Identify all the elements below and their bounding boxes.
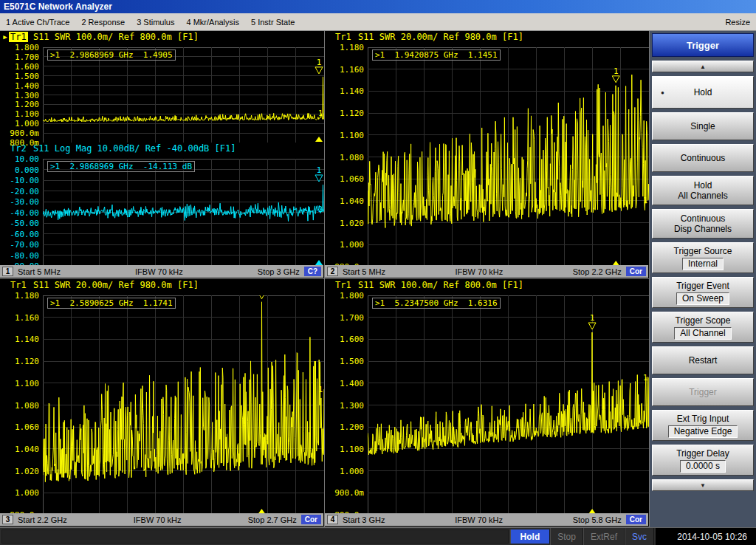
plot-ch1-tr2[interactable]: 12 <box>43 159 324 266</box>
softkey-continuous[interactable]: Continuous <box>652 144 754 172</box>
channel-status-bar-4: 4 Start 3 GHz IFBW 70 kHz Stop 5.8 GHz C… <box>325 513 648 526</box>
trace-title-text: S11 SWR 20.00m/ Ref 980.0m [F1] <box>28 280 199 290</box>
softkey-scroll-up-button[interactable]: ▲ <box>652 61 754 72</box>
axis-tick-label: 1.700 <box>15 52 39 61</box>
plot-ch2-tr1[interactable]: 11 <box>368 47 649 267</box>
window-title: E5071C Network Analyzer <box>4 1 112 12</box>
menu-item-mkr-analysis[interactable]: 4 Mkr/Analysis <box>186 18 239 27</box>
ifbw-label: IFBW 70 kHz <box>65 267 253 276</box>
axis-tick-label: -20.00 <box>10 187 39 195</box>
axis-tick-label: 1.180 <box>340 44 364 52</box>
axis-tick-label: 1.500 <box>340 357 364 366</box>
softkey-trigger[interactable]: Trigger <box>652 378 754 406</box>
svg-text:1: 1 <box>317 165 322 175</box>
scroll-down-icon: ▼ <box>700 482 706 489</box>
channel-2: Tr1 S11 SWR 20.00m/ Ref 980.0m [F1] 1.18… <box>325 31 650 279</box>
trace-label-tr1[interactable]: Tr1 <box>334 280 353 290</box>
axis-tick-label: 1.060 <box>340 175 364 183</box>
axis-tick-label: 1.140 <box>15 335 39 343</box>
softkey-hold[interactable]: ● Hold <box>652 76 754 109</box>
menu-item-instr-state[interactable]: 5 Instr State <box>251 18 295 27</box>
softkey-restart[interactable]: Restart <box>652 346 754 374</box>
axis-tick-label: 1.700 <box>340 313 364 321</box>
plot-ch1-tr1[interactable]: 11 <box>43 47 324 143</box>
softkey-value: All Channel <box>674 327 731 340</box>
menu-resize[interactable]: Resize <box>725 18 750 27</box>
datetime-display: 2014-10-05 10:26 <box>656 528 756 545</box>
softkey-trigger-source[interactable]: Trigger Source Internal <box>652 242 754 273</box>
axis-tick-label: -40.00 <box>10 208 39 216</box>
softkey-single[interactable]: Single <box>652 112 754 140</box>
menu-item-stimulus[interactable]: 3 Stimulus <box>137 18 174 27</box>
axis-tick-label: 1.100 <box>15 110 39 118</box>
start-frequency: Start 5 MHz <box>18 267 61 276</box>
menu-item-response[interactable]: 2 Response <box>81 18 125 27</box>
trace-title-text: S11 SWR 100.0m/ Ref 800.0m [F1] <box>28 32 199 42</box>
axis-tick-label: 1.400 <box>340 379 364 387</box>
trace-label-tr1[interactable]: Tr1 <box>9 32 28 42</box>
trace-label-tr1[interactable]: Tr1 <box>9 280 28 290</box>
channel-number-badge[interactable]: 3 <box>2 515 13 524</box>
marker-readout-ch1-tr1: >1 2.9868969 GHz 1.4905 <box>47 49 176 61</box>
y-axis-ch2-tr1: 1.1801.1601.1401.1201.1001.0801.0601.040… <box>325 47 368 267</box>
softkey-scroll-down-button[interactable]: ▼ <box>652 479 754 491</box>
channel-status-bar-2: 2 Start 5 MHz IFBW 70 kHz Stop 2.2 GHz C… <box>325 265 648 278</box>
softkey-label: Trigger Event <box>676 281 729 291</box>
axis-tick-label: 1.040 <box>15 445 39 453</box>
axis-tick-label: 1.140 <box>340 87 364 95</box>
trace-title-ch2-tr1: Tr1 S11 SWR 20.00m/ Ref 980.0m [F1] <box>325 31 649 43</box>
instrument-screen: E5071C Network Analyzer 1 Active Ch/Trac… <box>0 0 756 545</box>
instrument-status-bar: Hold Stop ExtRef Svc 2014-10-05 10:26 <box>0 527 756 545</box>
softkey-label: Ext Trig Input <box>677 414 729 424</box>
stop-frequency: Stop 3 GHz <box>258 267 300 276</box>
axis-tick-label: 1.200 <box>15 100 39 109</box>
axis-tick-label: 1.020 <box>340 219 364 227</box>
stop-indicator: Stop <box>550 528 583 545</box>
axis-tick-label: 1.000 <box>15 120 39 128</box>
y-axis-ch3-tr1: 1.1801.1601.1401.1201.1001.0801.0601.040… <box>0 295 43 515</box>
softkey-label: Hold <box>694 87 712 97</box>
window-titlebar[interactable]: E5071C Network Analyzer <box>0 0 756 13</box>
softkey-label: Continuous <box>681 153 726 163</box>
axis-tick-label: 1.400 <box>15 81 39 89</box>
trace-title-ch4-tr1: Tr1 S11 SWR 100.0m/ Ref 800.0m [F1] <box>325 279 649 291</box>
plot-ch4-tr1[interactable]: 11 <box>368 295 649 515</box>
trace-title-ch1-tr1: ▶ Tr1 S11 SWR 100.0m/ Ref 800.0m [F1] <box>0 31 324 43</box>
channel-number-badge[interactable]: 4 <box>327 515 338 524</box>
trace-title-text: S11 Log Mag 10.00dB/ Ref -40.00dB [F1] <box>28 143 236 154</box>
axis-tick-label: 10.00 <box>15 155 39 163</box>
svg-text:2: 2 <box>318 205 323 213</box>
plot-ch3-tr1[interactable]: 11 <box>43 295 324 515</box>
channel-3: Tr1 S11 SWR 20.00m/ Ref 980.0m [F1] 1.18… <box>0 279 325 527</box>
axis-tick-label: -70.00 <box>10 241 39 249</box>
axis-tick-label: 1.300 <box>340 401 364 409</box>
axis-tick-label: 1.080 <box>15 401 39 409</box>
cal-status-badge: Cor <box>626 515 646 524</box>
softkey-value: 0.0000 s <box>680 460 726 473</box>
softkey-trigger-event[interactable]: Trigger Event On Sweep <box>652 277 754 308</box>
axis-tick-label: 1.020 <box>15 467 39 475</box>
softkey-label: Trigger <box>689 387 717 397</box>
cal-status-badge: Cor <box>626 267 646 276</box>
trace-title-ch1-tr2: Tr2 S11 Log Mag 10.00dB/ Ref -40.00dB [F… <box>0 143 324 154</box>
axis-tick-label: -80.00 <box>10 251 39 259</box>
marker-readout-ch2-tr1: >1 1.9420875 GHz 1.1451 <box>372 49 501 61</box>
menu-bar: 1 Active Ch/Trace 2 Response 3 Stimulus … <box>0 13 756 31</box>
softkey-value: Negative Edge <box>668 425 738 438</box>
menu-item-active-ch-trace[interactable]: 1 Active Ch/Trace <box>6 18 69 27</box>
softkey-sublabel: All Channels <box>678 191 727 201</box>
softkey-label: Trigger Scope <box>676 315 731 326</box>
softkey-hold-all-channels[interactable]: Hold All Channels <box>652 176 754 205</box>
svg-text:1: 1 <box>643 374 647 382</box>
softkey-trigger-delay[interactable]: Trigger Delay 0.0000 s <box>652 445 754 476</box>
softkey-continuous-disp-channels[interactable]: Continuous Disp Channels <box>652 209 754 239</box>
softkey-ext-trig-input[interactable]: Ext Trig Input Negative Edge <box>652 410 754 441</box>
axis-tick-label: 1.300 <box>15 91 39 99</box>
stop-frequency: Stop 2.7 GHz <box>248 515 297 524</box>
channel-number-badge[interactable]: 2 <box>327 267 338 276</box>
trace-label-tr1[interactable]: Tr1 <box>334 32 353 42</box>
channel-number-badge[interactable]: 1 <box>2 267 13 276</box>
softkey-trigger-scope[interactable]: Trigger Scope All Channel <box>652 312 754 343</box>
svg-text:1: 1 <box>318 109 323 117</box>
cal-status-badge: Cor <box>301 515 321 524</box>
